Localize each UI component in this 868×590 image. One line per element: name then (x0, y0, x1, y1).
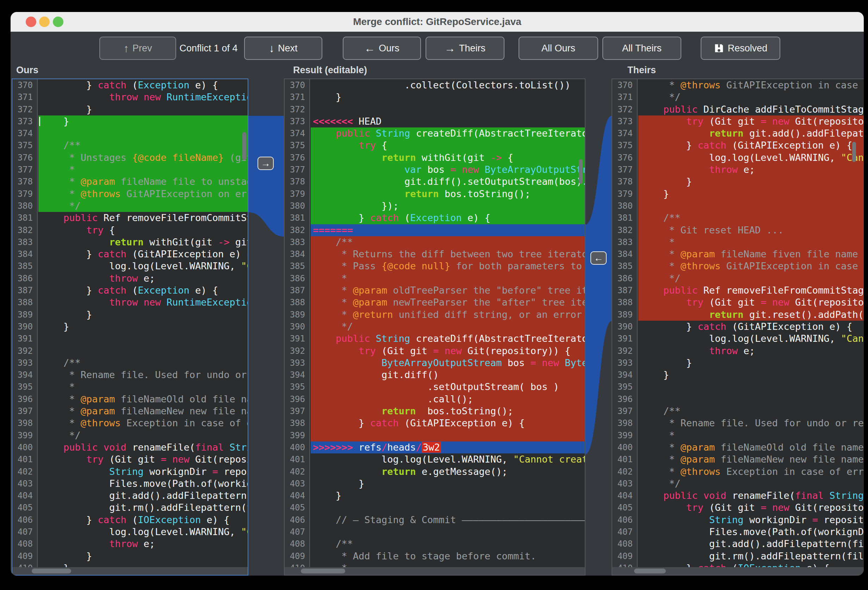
code-line: public String createDiff(AbstractTreeIte… (311, 127, 585, 140)
code-token: * (40, 394, 81, 405)
line-number: 375 (612, 140, 637, 152)
pane-ours[interactable]: 3703713723733743753763773783793803813823… (12, 78, 248, 575)
copy-theirs-to-result-button[interactable]: ← (590, 252, 607, 265)
line-number: 388 (612, 296, 637, 308)
code-token: } (641, 321, 698, 332)
prev-conflict-button[interactable]: ↑ Prev (99, 37, 176, 60)
line-number: 406 (285, 514, 309, 526)
take-ours-button[interactable]: ← Ours (343, 37, 421, 60)
resolved-button[interactable]: Resolved (701, 37, 780, 60)
code-token: git.reset().addPath(fileName).call(); (744, 309, 864, 320)
line-number: 398 (612, 417, 637, 429)
code-token: @param (81, 406, 115, 416)
code-token: catch (98, 249, 127, 259)
line-number: 384 (12, 248, 37, 260)
code-token (40, 454, 86, 465)
code-token: (GitAPIException e) { (726, 140, 852, 151)
code-line: * @param newTreeParser the "after" tree … (311, 296, 585, 308)
code-token: heads (387, 442, 416, 453)
code-line: String workignDir = repository.getWorkTr… (638, 514, 864, 526)
vscroll-handle-theirs[interactable] (852, 142, 856, 162)
code-line: git.add().addFilepattern(fileNameNew).ca… (638, 538, 864, 550)
line-number: 403 (612, 478, 637, 490)
take-theirs-button[interactable]: → Theirs (425, 37, 505, 60)
code-line (638, 393, 864, 405)
code-token: = (760, 502, 766, 513)
code-token: final (195, 442, 224, 453)
pane-result[interactable]: 3703713723733743753763773783793803813823… (284, 78, 586, 575)
code-area-ours[interactable]: } catch (Exception e) { throw new Runtim… (38, 79, 248, 575)
code-token: try (359, 140, 376, 151)
code-token: * (40, 418, 81, 428)
code-token: git.rm().addFilepattern(fileNameOld).cal… (641, 550, 864, 562)
code-token: e.getMessage(); (416, 466, 508, 477)
code-line: }); (311, 200, 585, 212)
code-token: fileName fiven file name (715, 249, 858, 259)
code-area-theirs[interactable]: * @throws GitAPIException in case of err… (638, 79, 864, 575)
line-number: 402 (285, 466, 309, 478)
line-number: 375 (12, 140, 37, 152)
code-line: } catch (IOException e) { (38, 514, 248, 526)
code-token: @param (81, 176, 115, 187)
code-token: * (641, 249, 681, 259)
code-token: repository.getWorkTree().getAbsolutePath… (218, 466, 248, 477)
code-area-result[interactable]: .collect(Collectors.toList()) }<<<<<<< H… (311, 79, 585, 575)
line-number: 387 (612, 284, 637, 296)
vscroll-handle-result[interactable] (579, 159, 583, 184)
code-token: */ (641, 273, 681, 284)
line-number: 396 (12, 393, 37, 405)
code-token: public (336, 333, 370, 344)
line-number: 394 (12, 369, 37, 381)
code-token (313, 333, 336, 344)
line-number: 395 (612, 381, 637, 393)
code-line: .call(); (311, 393, 585, 405)
code-line: Files.move(Path.of(workignDir, fileNameO… (638, 526, 864, 538)
code-token: try (86, 225, 103, 235)
hscrollbar-result[interactable] (285, 567, 585, 575)
code-token (641, 128, 709, 139)
line-number: 389 (285, 309, 309, 321)
code-token (138, 297, 143, 308)
code-token: e; (138, 273, 155, 284)
vscroll-handle-ours[interactable] (242, 132, 246, 160)
code-token: /** (40, 140, 81, 151)
code-line: * @throws Exception in case of errors (638, 466, 864, 478)
code-line: throw e; (38, 538, 248, 550)
pane-theirs[interactable]: 3703713723733743753763773783793803813823… (611, 78, 864, 575)
line-number: 392 (12, 345, 37, 357)
hscrollbar-ours[interactable] (12, 567, 248, 575)
code-token: try (686, 116, 704, 127)
hscroll-handle-ours[interactable] (32, 568, 71, 574)
all-ours-button[interactable]: All Ours (518, 37, 598, 60)
code-token: ByteArrayOutputStream (485, 164, 585, 175)
code-token: throw (109, 538, 138, 549)
hscrollbar-theirs[interactable] (612, 567, 864, 575)
code-token: * (313, 309, 353, 320)
line-number: 376 (12, 152, 37, 164)
code-token: { (103, 225, 115, 235)
code-token: } (40, 249, 98, 259)
code-line: } (638, 369, 864, 381)
code-token: renameFile( (726, 490, 795, 501)
code-token: ( (127, 514, 138, 525)
code-line: return bos.toString(); (311, 188, 585, 200)
line-number: 371 (285, 91, 309, 103)
all-theirs-button[interactable]: All Theirs (602, 37, 681, 60)
hscroll-handle-theirs[interactable] (634, 568, 666, 574)
code-line: * Git reset HEAD ... (638, 224, 864, 236)
code-token (439, 345, 444, 356)
code-token (40, 538, 109, 549)
next-conflict-button[interactable]: ↓ Next (244, 37, 322, 60)
code-token (40, 225, 86, 235)
code-line: log.log(Level.WARNING, "Cannot unstage",… (38, 260, 248, 272)
code-token (313, 406, 381, 416)
line-number: 400 (612, 441, 637, 453)
code-line: return e.getMessage(); (311, 466, 585, 478)
line-number: 374 (12, 127, 37, 140)
code-line: return git.add().addFilepattern(fileName… (638, 127, 864, 140)
line-number: 386 (612, 272, 637, 284)
hscroll-handle-result[interactable] (301, 568, 345, 574)
copy-ours-to-result-button[interactable]: → (257, 157, 274, 170)
code-token: ( (399, 212, 410, 223)
line-number: 405 (285, 502, 309, 513)
